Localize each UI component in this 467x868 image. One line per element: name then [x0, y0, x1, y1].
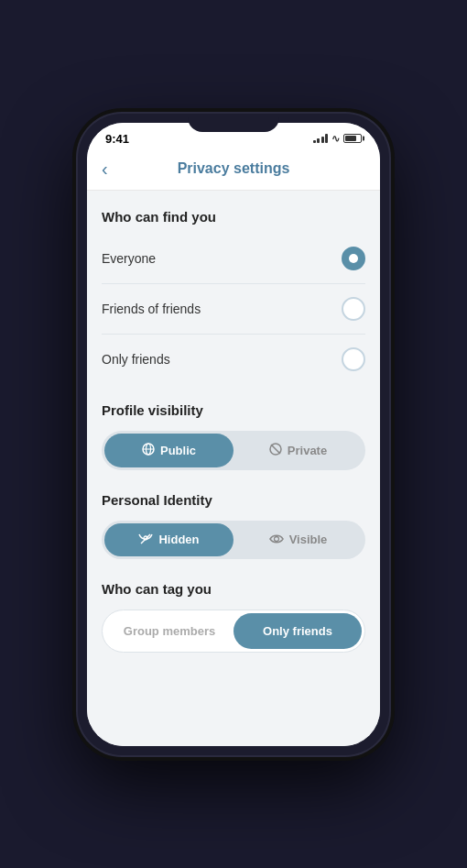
wifi-icon: ∿: [331, 133, 340, 145]
private-icon: [269, 443, 282, 458]
battery-icon: [343, 134, 362, 143]
divider-1: [102, 283, 365, 284]
radio-everyone-circle[interactable]: [342, 247, 365, 270]
signal-icon: [313, 134, 329, 143]
personal-identity-title: Personal Identity: [102, 492, 365, 508]
phone-screen: 9:41 ∿ ‹ Privacy settings: [87, 123, 380, 746]
radio-friends-of-friends[interactable]: Friends of friends: [102, 288, 365, 330]
radio-fof-circle[interactable]: [342, 297, 365, 321]
who-can-tag-toggle: Group members Only friends: [102, 610, 365, 653]
who-can-tag-section: Who can tag you Group members Only frien…: [102, 581, 365, 653]
header: ‹ Privacy settings: [87, 151, 380, 191]
status-time: 9:41: [105, 132, 129, 146]
who-can-find-section: Who can find you Everyone Friends of fri…: [102, 209, 365, 380]
back-button[interactable]: ‹: [102, 159, 108, 178]
radio-only-friends[interactable]: Only friends: [102, 338, 365, 380]
radio-only-friends-label: Only friends: [102, 352, 170, 367]
hidden-icon: [138, 533, 153, 547]
content-area: Who can find you Everyone Friends of fri…: [87, 191, 380, 746]
personal-identity-section: Personal Identity Hidden: [102, 492, 365, 559]
profile-public-btn[interactable]: Public: [104, 434, 234, 467]
svg-line-4: [271, 445, 280, 454]
visible-icon: [269, 533, 284, 547]
radio-everyone[interactable]: Everyone: [102, 237, 365, 280]
page-title: Privacy settings: [178, 160, 290, 177]
public-label: Public: [160, 444, 196, 457]
who-can-find-title: Who can find you: [102, 209, 365, 225]
notch: [188, 123, 279, 132]
identity-hidden-btn[interactable]: Hidden: [104, 523, 234, 556]
private-label: Private: [288, 444, 327, 457]
divider-2: [102, 334, 365, 335]
profile-visibility-toggle: Public Private: [102, 431, 365, 470]
identity-visible-btn[interactable]: Visible: [234, 523, 363, 556]
profile-visibility-title: Profile visibility: [102, 402, 365, 418]
svg-point-7: [274, 536, 278, 541]
profile-visibility-section: Profile visibility Public: [102, 402, 365, 470]
personal-identity-toggle: Hidden Visible: [102, 521, 365, 559]
hidden-label: Hidden: [158, 533, 199, 546]
profile-private-btn[interactable]: Private: [234, 434, 363, 467]
phone-shell: 9:41 ∿ ‹ Privacy settings: [78, 114, 389, 755]
visible-label: Visible: [289, 533, 328, 546]
tag-group-members-btn[interactable]: Group members: [105, 613, 234, 649]
tag-only-friends-btn[interactable]: Only friends: [234, 613, 362, 649]
radio-only-friends-circle[interactable]: [342, 347, 365, 371]
globe-icon: [142, 443, 155, 458]
who-can-tag-title: Who can tag you: [102, 581, 365, 597]
radio-fof-label: Friends of friends: [102, 302, 201, 316]
group-members-label: Group members: [124, 624, 215, 638]
only-friends-label: Only friends: [263, 624, 332, 638]
status-icons: ∿: [313, 133, 363, 145]
radio-everyone-label: Everyone: [102, 251, 156, 266]
